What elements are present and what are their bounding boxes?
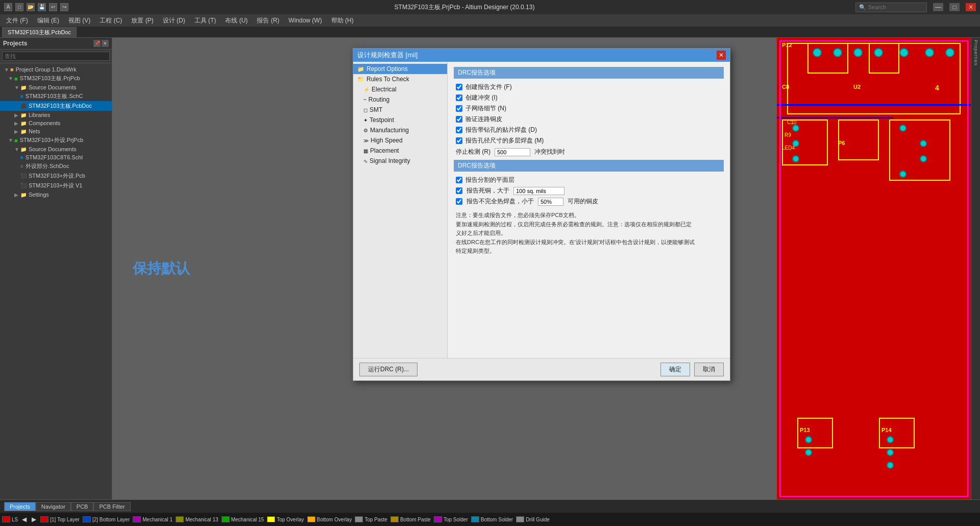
dlg-tree-high-speed[interactable]: ≫ High Speed <box>353 135 447 146</box>
dlg-tree-rules-to-check[interactable]: 📁 Rules To Check <box>353 74 447 84</box>
dlg-tree-signal-integrity[interactable]: ∿ Signal Integrity <box>353 156 447 166</box>
tree-item-settings[interactable]: ▶ 📁 Settings <box>0 190 112 199</box>
tab-pcb[interactable]: PCB <box>71 502 94 511</box>
checkbox-create-violations-label: 创建冲突 (I) <box>465 93 498 102</box>
new-icon[interactable]: □ <box>15 3 23 11</box>
layer-bottom-paste[interactable]: Bottom Paste <box>390 516 431 522</box>
dialog-close-button[interactable]: ✕ <box>717 51 726 60</box>
maximize-button[interactable]: □ <box>949 3 960 11</box>
layer-mech15[interactable]: Mechanical 15 <box>222 516 264 522</box>
dlg-tree-electrical[interactable]: ⚡ Electrical <box>353 84 447 94</box>
layer-mech13[interactable]: Mechanical 13 <box>176 516 218 522</box>
status-tab-bar: Projects Navigator PCB PCB Filter <box>0 499 980 513</box>
close-button[interactable]: ✕ <box>966 3 976 11</box>
tab-pcb-doc[interactable]: STM32F103主板.PcbDoc <box>2 27 77 37</box>
search-input[interactable] <box>868 4 924 10</box>
redo-icon[interactable]: ↪ <box>60 3 68 11</box>
checkbox-verify-routing-input[interactable] <box>456 116 462 123</box>
layer-drill-guide[interactable]: Drill Guide <box>516 516 550 522</box>
expand-icon: ▼ <box>14 85 18 90</box>
menu-file[interactable]: 文件 (F) <box>2 15 32 26</box>
layer-bottom-overlay[interactable]: Bottom Overlay <box>307 516 352 522</box>
panel-pin-button[interactable]: 📌 <box>93 40 101 47</box>
confirm-button[interactable]: 确定 <box>660 363 690 376</box>
checkbox-create-report: 创建报告文件 (F) <box>454 82 724 92</box>
tree-item-sch3[interactable]: ≡ 外设部分.SchDoc <box>0 161 112 171</box>
open-icon[interactable]: 📂 <box>27 3 35 11</box>
minimize-button[interactable]: — <box>933 3 943 11</box>
checkbox-subnet-input[interactable] <box>456 105 462 112</box>
tab-navigator[interactable]: Navigator <box>36 502 71 511</box>
tab-pcb-filter[interactable]: PCB Filter <box>93 502 130 511</box>
layer-bottom-color <box>83 516 91 522</box>
tree-item-pcb3[interactable]: ⬛ STM32F103+外设 V1 <box>0 181 112 190</box>
layer-top-solder[interactable]: Top Solder <box>434 516 468 522</box>
menu-window[interactable]: Window (W) <box>284 16 326 25</box>
search-box[interactable]: 🔍 <box>855 3 927 12</box>
thermal-value-input[interactable] <box>538 198 564 206</box>
tree-item-source-docs-1[interactable]: ▼ 📁 Source Documents <box>0 83 112 91</box>
panel-close-button[interactable]: ✕ <box>102 40 109 47</box>
layer-top-paste-color <box>355 516 363 522</box>
menu-edit[interactable]: 编辑 (E) <box>33 15 63 26</box>
dlg-tree-testpoint[interactable]: ✦ Testpoint <box>353 115 447 125</box>
layer-top[interactable]: [1] Top Layer <box>40 516 80 522</box>
save-icon[interactable]: 💾 <box>38 3 46 11</box>
dlg-tree-smt[interactable]: ◻ SMT <box>353 105 447 115</box>
dead-copper-value-input[interactable] <box>513 187 565 195</box>
dlg-tree-manufacturing[interactable]: ⚙ Manufacturing <box>353 125 447 135</box>
layer-next[interactable]: ▶ <box>31 516 37 523</box>
tree-item-project1[interactable]: ▼ ■ STM32F103主板.PrjPcb <box>0 74 112 83</box>
layer-top-overlay-color <box>267 516 275 522</box>
checkbox-create-violations-input[interactable] <box>456 94 462 101</box>
dlg-tree-routing[interactable]: ~ Routing <box>353 94 447 105</box>
layer-prev[interactable]: ◀ <box>21 516 28 523</box>
menu-place[interactable]: 放置 (P) <box>127 15 157 26</box>
menu-tools[interactable]: 工具 (T) <box>190 15 220 26</box>
panel-search-input[interactable] <box>2 52 110 61</box>
tree-item-sch1[interactable]: ≡ STM32F103主板.SchC <box>0 91 112 101</box>
undo-icon[interactable]: ↩ <box>49 3 57 11</box>
item-icon: ▦ <box>363 148 368 154</box>
menu-help[interactable]: 帮助 (H) <box>327 15 358 26</box>
tree-item-components[interactable]: ▶ 📁 Components <box>0 119 112 127</box>
tree-item-nets[interactable]: ▶ 📁 Nets <box>0 127 112 135</box>
layer-mech1[interactable]: Mechanical 1 <box>133 516 173 522</box>
menu-route[interactable]: 布线 (U) <box>221 15 252 26</box>
section2-header: DRC报告选项 <box>454 160 724 172</box>
dlg-tree-label: High Speed <box>371 137 403 144</box>
menu-view[interactable]: 视图 (V) <box>64 15 94 26</box>
expand-icon: ▼ <box>8 137 12 143</box>
tree-item-source-docs-2[interactable]: ▼ 📁 Source Documents <box>0 145 112 153</box>
stop-at-input[interactable] <box>495 148 530 156</box>
dlg-tree-placement[interactable]: ▦ Placement <box>353 146 447 156</box>
pcb-area[interactable]: P12 C8 U2 4 P6 C10 R9 LED4 <box>112 38 971 499</box>
cancel-button[interactable]: 取消 <box>694 363 724 376</box>
menu-design[interactable]: 设计 (D) <box>159 15 189 26</box>
dlg-tree-report-options[interactable]: 📁 Report Options <box>353 64 447 74</box>
tree-item-project2[interactable]: ▼ ■ STM32F103+外设.PrjPcb <box>0 135 112 145</box>
tree-item-libraries[interactable]: ▶ 📁 Libraries <box>0 111 112 119</box>
expand-icon: ▼ <box>14 147 18 152</box>
tab-projects[interactable]: Projects <box>4 502 36 511</box>
checkbox-dead-copper-input[interactable] <box>456 187 462 194</box>
layer-bottom[interactable]: [2] Bottom Layer <box>83 516 130 522</box>
layer-bottom-solder[interactable]: Bottom Solder <box>471 516 513 522</box>
checkbox-smd-with-holes-input[interactable] <box>456 127 462 133</box>
tree-item-pcb1[interactable]: ⬛ STM32F103主板.PcbDoc <box>0 101 112 111</box>
title-bar-icons: A □ 📂 💾 ↩ ↪ <box>4 3 68 11</box>
layer-top-overlay[interactable]: Top Overlay <box>267 516 304 522</box>
checkbox-multilayer-input[interactable] <box>456 137 462 144</box>
checkbox-thermal-input[interactable] <box>456 198 462 205</box>
checkbox-create-report-input[interactable] <box>456 84 462 90</box>
right-panel: Properties <box>971 38 980 499</box>
layer-ls[interactable]: LS <box>2 516 18 522</box>
layer-top-paste[interactable]: Top Paste <box>355 516 387 522</box>
tree-item-pcb2[interactable]: ⬛ STM32F103+外设.Pcb <box>0 171 112 181</box>
menu-project[interactable]: 工程 (C) <box>95 15 126 26</box>
run-drc-button[interactable]: 运行DRC (R)... <box>359 363 418 376</box>
tree-item-sch2[interactable]: ≡ STM32F103C8T6.SchI <box>0 153 112 161</box>
menu-report[interactable]: 报告 (R) <box>253 15 283 26</box>
checkbox-split-plane-input[interactable] <box>456 177 462 183</box>
tree-item-group[interactable]: ▼ ■ Project Group 1.DsnWrk <box>0 65 112 74</box>
